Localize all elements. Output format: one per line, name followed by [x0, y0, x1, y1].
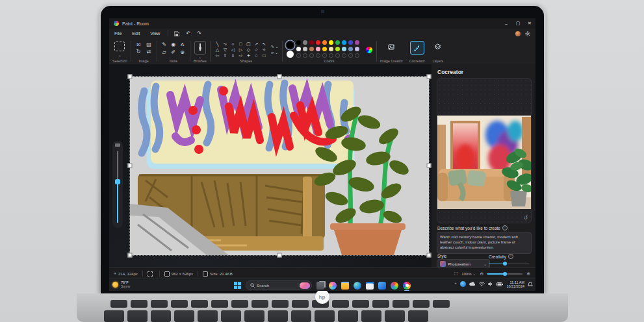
- eraser-icon[interactable]: ▱: [162, 49, 166, 56]
- color-swatch[interactable]: [342, 40, 346, 45]
- empty-color-slot[interactable]: [303, 53, 307, 58]
- image-group[interactable]: ⊡▤↻⇄ Image: [131, 38, 157, 64]
- shape-icon[interactable]: ↖: [262, 42, 266, 47]
- image-creator-icon[interactable]: [385, 41, 398, 53]
- empty-color-slot[interactable]: [329, 53, 333, 58]
- taskbar-app-outlook[interactable]: [378, 282, 386, 290]
- menu-item-file[interactable]: File: [109, 31, 127, 36]
- zoom-level-dropdown[interactable]: 100% ⌄: [461, 272, 476, 276]
- chevron-down-icon[interactable]: ⌄: [198, 56, 201, 58]
- color-swatch[interactable]: [355, 47, 359, 51]
- shape-icon[interactable]: ▽: [224, 47, 227, 53]
- empty-color-slot[interactable]: [322, 53, 327, 58]
- image-creator-button[interactable]: Image Creator: [377, 38, 406, 64]
- shape-icon[interactable]: ◁: [231, 47, 235, 53]
- history-icon[interactable]: ↺: [523, 215, 528, 221]
- flip-icon[interactable]: ⇄: [147, 49, 151, 55]
- chevron-down-icon[interactable]: ⌄: [118, 54, 122, 56]
- shape-icon[interactable]: ⇨: [238, 53, 242, 58]
- color-swatch[interactable]: [309, 40, 314, 45]
- maximize-button[interactable]: ▢: [512, 18, 524, 29]
- selection-handle[interactable]: [427, 253, 431, 258]
- color-swatch[interactable]: [296, 40, 301, 45]
- color-swatch[interactable]: [329, 40, 333, 45]
- shape-icon[interactable]: ⇦: [215, 53, 219, 58]
- shape-icon[interactable]: ○: [255, 53, 257, 58]
- selection-handle[interactable]: [128, 253, 133, 258]
- selection-handle[interactable]: [427, 75, 431, 79]
- menu-item-edit[interactable]: Edit: [127, 31, 145, 36]
- taskbar-app-taskview[interactable]: [316, 282, 324, 290]
- menu-item-view[interactable]: View: [145, 31, 165, 36]
- shape-icon[interactable]: ╲: [216, 42, 218, 47]
- primary-color-swatch[interactable]: [287, 42, 294, 49]
- color-picker-icon[interactable]: ✐: [171, 49, 175, 56]
- creativity-slider[interactable]: [489, 262, 529, 265]
- color-swatch[interactable]: [342, 47, 346, 51]
- notification-bell-icon[interactable]: [528, 282, 533, 287]
- shape-icon[interactable]: ⇧: [223, 53, 227, 58]
- shapes-group[interactable]: ╲∿○□▢↗↖△▽◁▷◇☆✧⇦⇧⇩⇨✦○□ ✎ ⌄▱ ⌄ Shapes: [211, 38, 282, 64]
- selection-handle[interactable]: [277, 253, 282, 258]
- rotate-icon[interactable]: ↻: [136, 49, 141, 55]
- color-swatch[interactable]: [303, 47, 307, 51]
- layers-button[interactable]: Layers: [428, 38, 448, 64]
- empty-color-slot[interactable]: [355, 53, 359, 58]
- shape-icon[interactable]: □: [263, 53, 265, 58]
- start-button[interactable]: [234, 282, 241, 289]
- magnifier-icon[interactable]: ⊕: [180, 49, 185, 56]
- weather-widget[interactable]: 76°F Sunny: [112, 280, 130, 288]
- color-swatch[interactable]: [335, 40, 340, 45]
- save-icon[interactable]: [171, 31, 183, 36]
- taskbar-app-copilot[interactable]: [329, 282, 337, 290]
- color-swatch[interactable]: [316, 40, 320, 45]
- shape-style-dropdown[interactable]: ▱ ⌄: [271, 50, 279, 55]
- security-tray-icon[interactable]: [460, 281, 466, 287]
- shape-icon[interactable]: ▢: [246, 42, 251, 47]
- fit-to-screen-icon[interactable]: ⛶: [454, 271, 457, 277]
- color-swatch[interactable]: [348, 47, 353, 51]
- selection-handle[interactable]: [277, 75, 282, 79]
- shape-icon[interactable]: □: [239, 42, 242, 47]
- info-icon[interactable]: i: [502, 225, 508, 230]
- clock[interactable]: 11:11 AM 10/22/2024: [506, 280, 524, 288]
- empty-color-slot[interactable]: [348, 53, 353, 58]
- color-swatch[interactable]: [316, 47, 320, 51]
- shape-icon[interactable]: ↗: [254, 42, 258, 47]
- shape-icon[interactable]: ∿: [223, 42, 227, 47]
- color-swatch[interactable]: [348, 40, 353, 45]
- selection-tool-icon[interactable]: [114, 42, 125, 51]
- brushes-group[interactable]: ⌄ Brushes: [190, 38, 210, 64]
- tools-group[interactable]: ✎◉A▱✐⊕ Tools: [157, 38, 190, 64]
- battery-icon[interactable]: [496, 282, 503, 286]
- taskbar-app-edge[interactable]: [354, 282, 361, 290]
- zoom-out-icon[interactable]: ⊖: [480, 271, 483, 277]
- selection-handle[interactable]: [128, 164, 133, 168]
- color-swatch[interactable]: [322, 47, 327, 51]
- minimize-button[interactable]: –: [500, 18, 512, 29]
- slider-thumb[interactable]: [503, 272, 507, 276]
- info-icon[interactable]: i: [508, 254, 513, 259]
- prompt-input[interactable]: Warm mid century home interior, modern s…: [437, 232, 532, 254]
- taskbar-app-store[interactable]: [366, 282, 374, 290]
- slider-thumb[interactable]: [503, 262, 507, 266]
- empty-color-slot[interactable]: [316, 53, 320, 58]
- empty-color-slot[interactable]: [309, 53, 314, 58]
- fill-icon[interactable]: ◉: [171, 42, 175, 48]
- color-swatch[interactable]: [335, 47, 340, 51]
- wifi-icon[interactable]: [479, 282, 485, 286]
- painting[interactable]: [130, 77, 429, 255]
- shape-icon[interactable]: ✧: [262, 47, 266, 53]
- secondary-color-swatch[interactable]: [287, 51, 294, 58]
- shape-icon[interactable]: ✦: [246, 53, 250, 58]
- undo-icon[interactable]: ↶: [183, 31, 194, 36]
- layers-icon[interactable]: [431, 41, 444, 53]
- color-swatch[interactable]: [296, 47, 301, 51]
- shape-icon[interactable]: ▷: [239, 47, 242, 53]
- zoom-in-icon[interactable]: ⊕: [526, 271, 530, 277]
- text-icon[interactable]: A: [181, 42, 184, 48]
- brush-icon[interactable]: [194, 41, 206, 55]
- resize-icon[interactable]: ▤: [146, 42, 151, 47]
- taskbar-app-photos[interactable]: [391, 282, 398, 290]
- taskbar-app-paint[interactable]: [403, 282, 411, 290]
